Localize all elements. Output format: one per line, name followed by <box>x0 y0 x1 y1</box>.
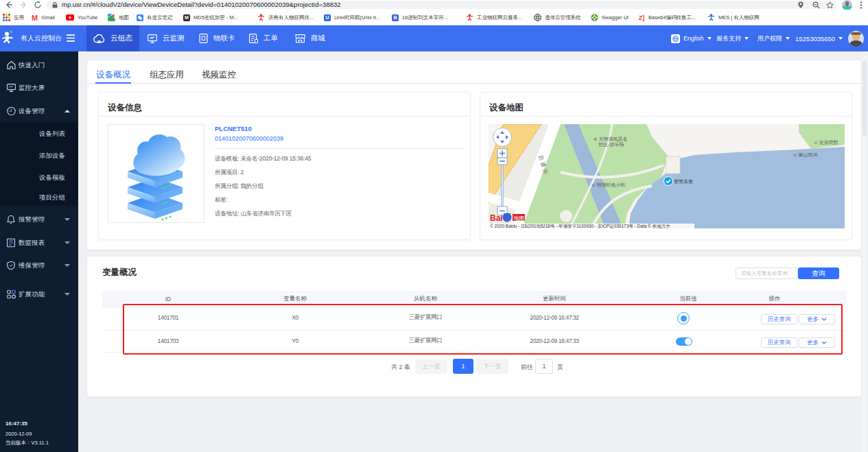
svg-text:胜区-游乐场: 胜区-游乐场 <box>598 142 624 147</box>
svg-text:© 2020 Baidu - GS(2019)5218号 -: © 2020 Baidu - GS(2019)5218号 - 甲测资字11009… <box>490 224 670 228</box>
svg-text:Bai: Bai <box>490 213 503 223</box>
svg-text:赞赞美食: 赞赞美食 <box>674 179 693 185</box>
svg-text:⊕ 大明湖风景名: ⊕ 大明湖风景名 <box>594 136 628 142</box>
svg-text:⊙ 明湖特色小吃: ⊙ 明湖特色小吃 <box>591 182 626 188</box>
svg-text:⊙ 蒙山雨润: ⊙ 蒙山雨润 <box>793 152 818 158</box>
svg-text:⊙ 沧浪荷韵: ⊙ 沧浪荷韵 <box>814 140 838 145</box>
svg-text:地图: 地图 <box>513 215 525 222</box>
